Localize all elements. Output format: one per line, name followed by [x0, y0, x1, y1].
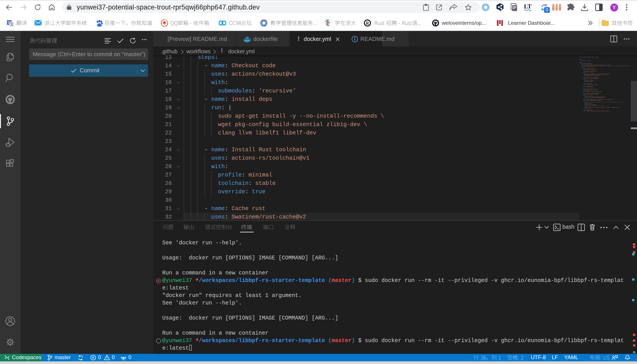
svg-text:0: 0 — [546, 7, 548, 12]
svg-text:LT: LT — [524, 3, 532, 10]
svg-text:R: R — [366, 21, 369, 26]
svg-text:Y: Y — [612, 5, 616, 10]
